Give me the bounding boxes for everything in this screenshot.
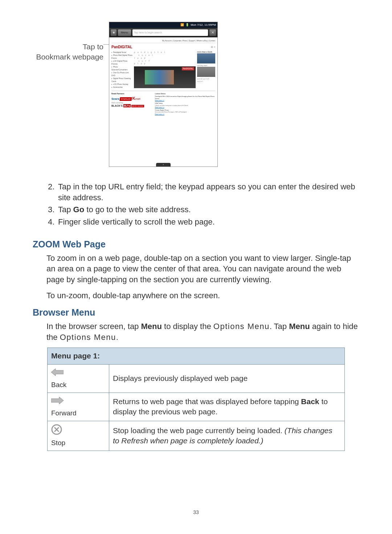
figure-area: Tap to Bookmark webpage 📶 🔋 Mon 7/12, 11… (33, 22, 359, 167)
status-time: Mon 7/12, 11:55PM (191, 23, 216, 27)
table-row: Forward Returns to web page that was dis… (48, 393, 345, 421)
hero-banner: PanDIGITAL (134, 66, 196, 88)
instruction-2: 2. Tap in the top URL entry field; the k… (48, 181, 359, 203)
instruction-4: 4. Finger slide vertically to scroll the… (48, 217, 359, 227)
menu-table: Menu page 1: Back Displays previously di… (47, 348, 345, 451)
forward-arrow-icon (51, 396, 64, 402)
forward-icon-cell: Forward (48, 393, 109, 421)
bookmark-callout: Tap to Bookmark webpage (33, 22, 109, 62)
menu-button[interactable]: Menu (118, 29, 131, 36)
url-input[interactable]: Tap here to begin search (132, 29, 208, 36)
svg-marker-0 (51, 369, 64, 376)
back-arrow-icon (51, 367, 64, 374)
instruction-3: 3. Tap Go to go to the web site address. (48, 204, 359, 215)
stop-icon (51, 428, 62, 436)
webpage-main: p a n d i g i t a l n o v e l r e a d s … (134, 51, 196, 89)
webpage-side-right: more than a book coming soon pandigital … (197, 51, 215, 89)
zoom-para2: To un-zoom, double-tap anywhere on the s… (46, 290, 359, 301)
url-bar: ★ Menu Tap here to begin search ✕ (109, 28, 217, 37)
browser-menu-heading: Browser Menu (33, 307, 359, 319)
webpage-topnav: My Account | Corporate | Press | Support… (111, 40, 215, 43)
back-desc: Displays previously displayed web page (109, 364, 345, 393)
svg-marker-1 (51, 397, 64, 404)
forward-desc: Returns to web page that was displayed b… (109, 393, 345, 421)
back-icon-cell: Back (48, 364, 109, 393)
status-bar: 📶 🔋 Mon 7/12, 11:55PM (109, 22, 217, 28)
webpage-sidebar: Pandigital Novel Photo Mail Digital Phot… (111, 51, 132, 89)
battery-icon: 🔋 (185, 23, 189, 27)
retail-partners-row: Retail Partners Sears STAPLES mart that'… (111, 91, 215, 115)
instructions-list: 2. Tap in the top URL entry field; the k… (48, 181, 359, 227)
stop-desc: Stop loading the web page currently bein… (109, 421, 345, 451)
browser-menu-para: In the browser screen, tap Menu to displ… (46, 321, 359, 342)
stop-icon-cell: Stop (48, 421, 109, 451)
callout-line2: Bookmark webpage (33, 52, 103, 62)
table-row: Back Displays previously displayed web p… (48, 364, 345, 393)
brand-logo: PanDIGITAL (111, 45, 132, 50)
callout-line1: Tap to (33, 42, 103, 52)
drawer-handle[interactable] (156, 163, 171, 167)
page-number: 33 (0, 509, 392, 516)
browser-screenshot: 📶 🔋 Mon 7/12, 11:55PM ★ Menu Tap here to… (109, 22, 218, 167)
bookmark-star-button[interactable]: ★ (111, 29, 117, 36)
table-row: Stop Stop loading the web page currently… (48, 421, 345, 451)
wifi-icon: 📶 (180, 23, 184, 27)
zoom-heading: ZOOM Web Page (33, 238, 359, 251)
zoom-para1: To zoom in on a web page, double-tap on … (46, 253, 359, 285)
webpage-content: My Account | Corporate | Press | Support… (109, 37, 217, 161)
menu-table-header: Menu page 1: (48, 348, 345, 364)
close-button[interactable]: ✕ (209, 29, 216, 36)
